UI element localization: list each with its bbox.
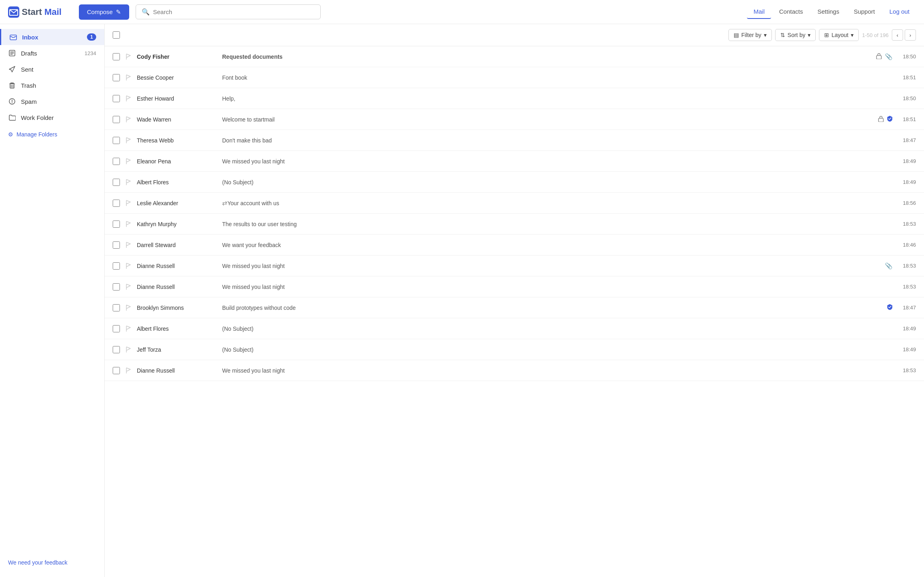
flag-icon[interactable] [125,220,132,228]
layout-icon: ⊞ [824,32,829,38]
flag-icon[interactable] [125,158,132,165]
email-checkbox[interactable] [113,220,120,228]
email-checkbox[interactable] [113,304,120,311]
email-sender: Wade Warren [137,116,217,123]
sidebar-item-work-folder[interactable]: Work Folder [0,109,104,126]
main: Inbox 1 Drafts 1234 Sent Trash [0,24,924,577]
email-subject: The results to our user testing [222,221,864,227]
tab-mail[interactable]: Mail [747,5,771,19]
select-all-checkbox[interactable] [113,31,120,39]
svg-rect-4 [10,84,14,88]
email-row[interactable]: Jeff Torza (No Subject) 18:49 [105,339,924,360]
email-row[interactable]: Esther Howard Help, 18:50 [105,88,924,109]
tab-logout[interactable]: Log out [883,5,916,19]
email-icons: 📎 [868,53,893,60]
email-checkbox[interactable] [113,158,120,165]
email-checkbox[interactable] [113,137,120,144]
flag-icon[interactable] [125,200,132,207]
email-checkbox[interactable] [113,325,120,332]
email-time: 18:53 [897,221,916,227]
flag-icon[interactable] [125,367,132,374]
sidebar-item-sent[interactable]: Sent [0,61,104,77]
flag-icon[interactable] [125,346,132,353]
flag-icon[interactable] [125,53,132,60]
sidebar-item-trash[interactable]: Trash [0,77,104,93]
flag-icon[interactable] [125,137,132,144]
email-row[interactable]: Leslie Alexander ⇄Your account with us 1… [105,193,924,214]
email-sender: Darrell Steward [137,242,217,248]
email-checkbox[interactable] [113,95,120,102]
sort-icon: ⇅ [780,32,785,38]
compose-label: Compose [87,8,113,15]
email-checkbox[interactable] [113,200,120,207]
email-subject: Don't make this bad [222,137,864,144]
email-row[interactable]: Albert Flores (No Subject) 18:49 [105,318,924,339]
flag-icon[interactable] [125,262,132,270]
email-checkbox[interactable] [113,283,120,291]
email-row[interactable]: Brooklyn Simmons Build prototypes withou… [105,297,924,318]
email-row[interactable]: Kathryn Murphy The results to our user t… [105,214,924,235]
email-row[interactable]: Dianne Russell We missed you last night … [105,256,924,276]
feedback-link[interactable]: We need your feedback [0,553,104,572]
email-checkbox[interactable] [113,116,120,123]
sidebar-label-sent: Sent [21,66,96,73]
email-checkbox[interactable] [113,74,120,81]
email-sender: Eleanor Pena [137,158,217,165]
tab-contacts[interactable]: Contacts [773,5,809,19]
email-checkbox[interactable] [113,53,120,60]
lock-icon [878,115,884,123]
email-sender: Brooklyn Simmons [137,305,217,311]
flag-icon[interactable] [125,283,132,291]
email-row[interactable]: Wade Warren Welcome to startmail 18:51 [105,109,924,130]
tab-settings[interactable]: Settings [811,5,846,19]
email-subject: (No Subject) [222,326,864,332]
layout-button[interactable]: ⊞ Layout ▾ [819,29,859,41]
email-row[interactable]: Albert Flores (No Subject) 18:49 [105,172,924,193]
next-page-button[interactable]: › [905,29,916,41]
flag-icon[interactable] [125,95,132,102]
email-row[interactable]: Bessie Cooper Font book 18:51 [105,67,924,88]
sidebar-item-inbox[interactable]: Inbox 1 [0,29,104,45]
flag-icon[interactable] [125,116,132,123]
email-time: 18:49 [897,158,916,164]
sidebar-item-spam[interactable]: Spam [0,93,104,109]
compose-icon: ✎ [116,8,121,16]
sidebar-item-drafts[interactable]: Drafts 1234 [0,45,104,61]
email-row[interactable]: Dianne Russell We missed you last night … [105,276,924,297]
email-subject: (No Subject) [222,346,864,353]
forward-icon: ⇄ [222,200,227,207]
email-row[interactable]: Theresa Webb Don't make this bad 18:47 [105,130,924,151]
email-checkbox[interactable] [113,367,120,374]
sidebar-label-drafts: Drafts [21,50,80,57]
email-icons [868,115,893,123]
email-subject: Requested documents [222,54,864,60]
flag-icon[interactable] [125,325,132,332]
search-input[interactable] [153,8,315,15]
email-subject: We missed you last night [222,158,864,165]
sort-by-button[interactable]: ⇅ Sort by ▾ [775,29,816,41]
flag-icon[interactable] [125,241,132,249]
email-row[interactable]: Darrell Steward We want your feedback 18… [105,235,924,256]
email-row[interactable]: Cody Fisher Requested documents 📎 18:50 [105,46,924,67]
email-checkbox[interactable] [113,262,120,270]
sort-label: Sort by [788,32,805,38]
flag-icon[interactable] [125,179,132,186]
email-subject: We missed you last night [222,284,864,290]
email-checkbox[interactable] [113,241,120,249]
prev-page-button[interactable]: ‹ [892,29,903,41]
compose-button[interactable]: Compose ✎ [79,4,129,20]
email-subject: We missed you last night [222,367,864,374]
email-sender: Kathryn Murphy [137,221,217,227]
manage-folders-link[interactable]: ⚙ Manage Folders [0,127,104,142]
filter-by-button[interactable]: ▤ Filter by ▾ [728,29,772,41]
email-row[interactable]: Dianne Russell We missed you last night … [105,360,924,381]
tab-support[interactable]: Support [847,5,881,19]
flag-icon[interactable] [125,304,132,311]
email-sender: Albert Flores [137,179,217,185]
email-checkbox[interactable] [113,179,120,186]
email-checkbox[interactable] [113,346,120,353]
email-time: 18:50 [897,95,916,101]
email-sender: Cody Fisher [137,54,217,60]
flag-icon[interactable] [125,74,132,81]
email-row[interactable]: Eleanor Pena We missed you last night 18… [105,151,924,172]
